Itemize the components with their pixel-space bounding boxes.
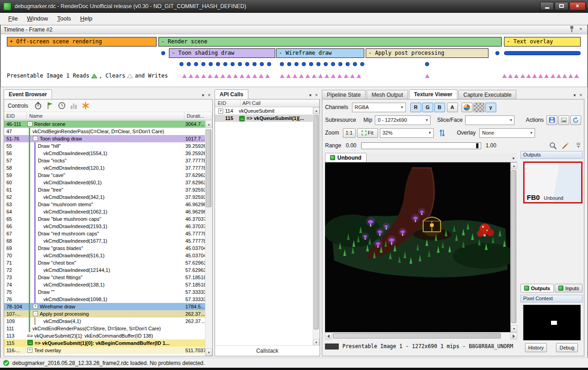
usage-triangle[interactable] [286, 74, 291, 78]
minimize-button[interactable] [540, 2, 554, 10]
usage-triangle[interactable] [508, 74, 513, 78]
event-row[interactable]: 46-111-Render scene3064.7... [4, 120, 205, 128]
event-row[interactable]: 56vkCmdDrawIndexed(1554,1)39.25926 [4, 150, 205, 157]
tab-capture-executable[interactable]: Capture Executable [458, 90, 516, 99]
usage-triangle[interactable] [189, 74, 193, 78]
maximize-button[interactable] [555, 2, 568, 10]
event-row[interactable]: 111vkCmdEndRenderPass(C=Store, D=Store, … [4, 325, 205, 332]
timeline-bar-wireframe[interactable]: - Wireframe draw [276, 48, 364, 58]
event-dot[interactable] [302, 62, 306, 66]
usage-triangle[interactable] [331, 74, 336, 78]
event-row[interactable]: 59Draw "cave"37.62963 [4, 172, 205, 179]
usage-triangle[interactable] [233, 74, 238, 78]
menu-tools[interactable]: Tools [52, 14, 75, 23]
event-row[interactable]: 107-...-Apply post processing262.37... [4, 310, 205, 318]
event-dot[interactable] [425, 62, 429, 66]
event-row[interactable]: 60vkCmdDrawIndexed(60,1)37.62963 [4, 179, 205, 186]
expander-icon[interactable]: + [27, 348, 32, 353]
event-row[interactable]: 67Draw "red mushroom caps"45.77778 [4, 230, 205, 237]
event-dot[interactable] [216, 62, 220, 66]
tab-api-calls[interactable]: API Calls [215, 89, 248, 99]
texture-image[interactable] [325, 162, 510, 332]
texture-vertical-scrollbar[interactable]: ▲ ▼ [510, 162, 517, 332]
scroll-up-icon[interactable]: ▲ [511, 162, 517, 169]
event-dot[interactable] [267, 62, 271, 66]
usage-triangle[interactable] [312, 74, 316, 78]
usage-triangle[interactable] [214, 74, 219, 78]
event-dot[interactable] [260, 62, 264, 66]
clock-icon[interactable] [58, 102, 66, 109]
open-image-button[interactable] [558, 115, 569, 125]
usage-triangle[interactable] [520, 74, 525, 78]
menu-file[interactable]: File [4, 14, 22, 23]
timeline-body[interactable]: + Off-screen scene rendering - Render sc… [0, 34, 588, 87]
usage-triangle[interactable] [240, 74, 244, 78]
usage-triangle[interactable] [246, 74, 251, 78]
column-duration[interactable]: Durati... [184, 112, 212, 120]
event-row[interactable]: 74vkCmdDrawIndexed(138,1)57.18518 [4, 281, 205, 288]
event-dot[interactable] [316, 62, 320, 66]
event-dot[interactable] [201, 62, 205, 66]
event-dot[interactable] [209, 62, 213, 66]
usage-triangle[interactable] [265, 74, 270, 78]
expander-icon[interactable]: + [218, 109, 223, 114]
fb0-thumbnail[interactable]: FB0 Unbound [523, 162, 583, 203]
event-dot[interactable] [231, 62, 235, 66]
pin-icon[interactable] [568, 25, 576, 33]
event-dot[interactable] [338, 62, 342, 66]
scrollbar-thumb[interactable] [206, 130, 211, 207]
blue-channel-button[interactable]: B [434, 103, 445, 112]
usage-triangle[interactable] [562, 74, 567, 78]
usage-triangle[interactable] [532, 74, 537, 78]
timeline-bar-offscreen[interactable]: + Off-screen scene rendering [7, 37, 157, 47]
timeline-close-icon[interactable]: × [579, 26, 582, 31]
expander-icon[interactable]: + [33, 304, 38, 309]
autofit-range-icon[interactable] [549, 142, 557, 150]
event-dot[interactable] [495, 51, 499, 55]
event-dot[interactable] [245, 62, 249, 66]
usage-triangle[interactable] [514, 74, 519, 78]
event-row[interactable]: 115→=> vkQueueSubmit(1)[0]: vkBeginComma… [4, 339, 205, 347]
range-slider-handle[interactable] [476, 143, 478, 148]
event-row[interactable]: 65Draw "blue mushroom caps"46.37037 [4, 215, 205, 223]
magic-wand-icon[interactable] [562, 142, 569, 150]
usage-triangle[interactable] [337, 74, 342, 78]
event-row[interactable]: 47vkCmdBeginRenderPass(C=Clear, D=Clear,… [4, 128, 205, 135]
event-dot[interactable] [223, 62, 227, 66]
usage-triangle[interactable] [208, 74, 212, 78]
flip-y-icon[interactable] [439, 129, 445, 137]
texture-tab-unbound[interactable]: Unbound [325, 153, 367, 162]
expander-icon[interactable]: - [27, 121, 32, 126]
event-row[interactable]: 55Draw "hill"39.25926 [4, 142, 205, 150]
zoom-dropdown[interactable]: 32%▾ [380, 128, 434, 138]
timeline-bar-render-scene[interactable]: - Render scene [158, 37, 502, 47]
event-dot[interactable] [194, 62, 198, 66]
usage-triangle[interactable] [201, 74, 206, 78]
event-dot[interactable] [331, 62, 335, 66]
event-row[interactable]: 68vkCmdDrawIndexed(1677,1)45.77778 [4, 237, 205, 245]
event-dot[interactable] [309, 62, 313, 66]
usage-triangle[interactable] [220, 74, 225, 78]
usage-triangle[interactable] [502, 74, 507, 78]
event-row[interactable]: 57Draw "rocks"37.77778 [4, 157, 205, 164]
menu-window[interactable]: Window [22, 14, 52, 23]
event-dot[interactable] [238, 62, 242, 66]
time-durations-icon[interactable] [34, 102, 42, 109]
event-row[interactable]: 76vkCmdDrawIndexed(1098,1)57.33333 [4, 296, 205, 303]
scroll-down-icon[interactable]: ▼ [205, 349, 212, 356]
refresh-button[interactable] [570, 115, 581, 125]
event-row[interactable]: 109vkCmdDraw(4,1)262.37... [4, 318, 205, 325]
callstack-label[interactable]: Callstack [215, 345, 320, 354]
event-row[interactable]: 58vkCmdDrawIndexed(120,1)37.77778 [4, 164, 205, 172]
overlay-dropdown[interactable]: None▾ [479, 128, 535, 138]
scrollbar-thumb[interactable] [314, 115, 319, 329]
event-row[interactable]: 63Draw "mushroom stems"46.96296 [4, 201, 205, 208]
tab-event-browser[interactable]: Event Browser [4, 89, 52, 99]
event-dot[interactable] [252, 62, 257, 66]
event-row[interactable]: 70vkCmdDrawIndexed(516,1)45.03704 [4, 252, 205, 259]
usage-triangle[interactable] [325, 74, 329, 78]
usage-triangle[interactable] [318, 74, 323, 78]
timeline-bar-text-overlay[interactable]: - Text overlay [504, 37, 581, 47]
usage-triangle[interactable] [259, 74, 263, 78]
scroll-down-icon[interactable]: ▼ [313, 339, 320, 346]
